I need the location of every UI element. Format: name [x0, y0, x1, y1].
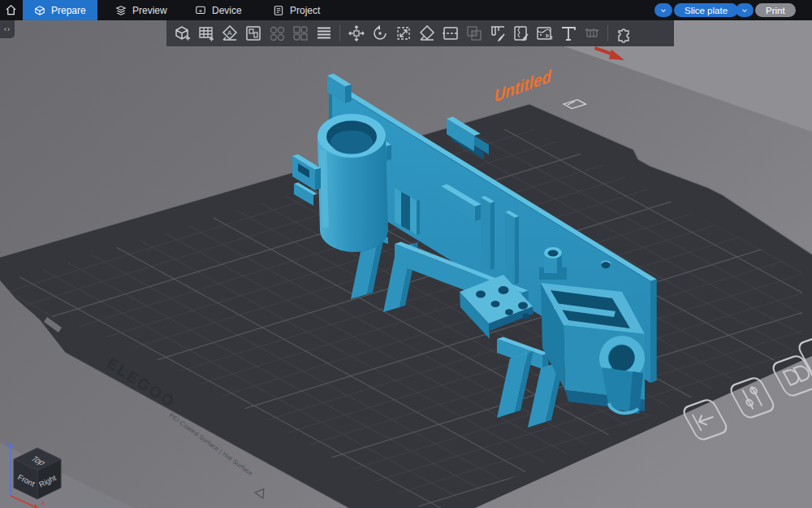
seam-paint-icon[interactable]: [509, 23, 533, 44]
home-button[interactable]: [0, 0, 21, 20]
main-toolbar: A: [166, 20, 674, 46]
slice-dropdown-button[interactable]: [654, 3, 672, 17]
tab-prepare[interactable]: Prepare: [23, 0, 97, 20]
chevron-down-icon: [741, 7, 749, 15]
move-icon[interactable]: [344, 23, 368, 44]
collapse-toolbar-button[interactable]: ‹›: [0, 20, 15, 38]
top-bar: Prepare Preview Device Project Slice pla…: [0, 0, 812, 20]
split-to-objects-icon[interactable]: [265, 23, 288, 44]
x-axis-label: x: [41, 499, 45, 506]
mesh-boolean-icon[interactable]: [462, 23, 486, 44]
defect-inspect-icon[interactable]: [533, 23, 556, 44]
slice-group: Slice plate: [654, 3, 738, 17]
add-text-icon[interactable]: [556, 23, 580, 44]
device-icon: [195, 5, 206, 16]
project-icon: [273, 5, 284, 16]
scale-icon[interactable]: [391, 23, 415, 44]
cut-icon[interactable]: [438, 23, 462, 44]
print-button[interactable]: Print: [755, 3, 796, 17]
home-icon: [5, 4, 17, 16]
tab-project-label: Project: [290, 5, 320, 16]
assembly-view-icon[interactable]: [612, 23, 636, 44]
add-object-icon[interactable]: [171, 23, 194, 44]
tab-device[interactable]: Device: [184, 0, 253, 20]
arrange-icon[interactable]: [241, 23, 265, 44]
fuzzy-skin-icon[interactable]: [580, 23, 603, 44]
viewport-3d[interactable]: ELEGOO PEI-Coated Surface | Hot Surface …: [0, 0, 812, 508]
tab-preview[interactable]: Preview: [104, 0, 179, 20]
add-plate-icon[interactable]: [194, 23, 218, 44]
print-group: Print: [736, 3, 796, 17]
svg-text:A: A: [227, 29, 232, 37]
split-to-parts-icon[interactable]: [288, 23, 312, 44]
tab-device-label: Device: [212, 5, 242, 16]
variable-layer-height-icon[interactable]: [312, 23, 335, 44]
z-axis-label: z: [5, 439, 8, 446]
tab-preview-label: Preview: [132, 5, 167, 16]
prepare-icon: [34, 5, 45, 16]
slice-plate-button[interactable]: Slice plate: [674, 3, 738, 17]
chevron-down-icon: [659, 7, 667, 15]
rotate-icon[interactable]: [368, 23, 391, 44]
print-dropdown-button[interactable]: [736, 3, 754, 17]
auto-orient-icon[interactable]: A: [218, 23, 241, 44]
preview-icon: [115, 5, 127, 16]
tab-project[interactable]: Project: [261, 0, 331, 20]
support-paint-icon[interactable]: [486, 23, 509, 44]
tab-prepare-label: Prepare: [51, 5, 86, 16]
lay-on-face-icon[interactable]: [415, 23, 438, 44]
